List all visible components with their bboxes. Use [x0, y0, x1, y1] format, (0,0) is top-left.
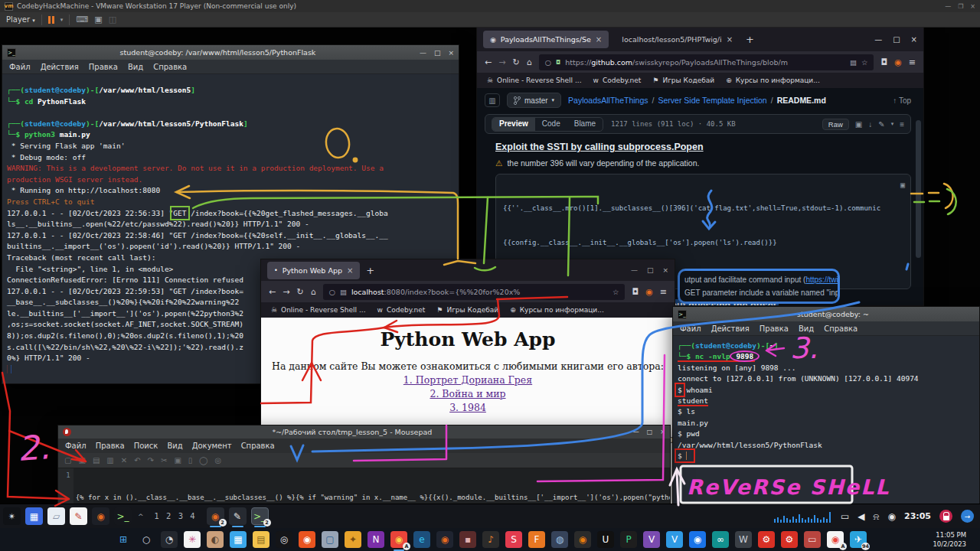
- chrome-icon[interactable]: ◉A: [390, 531, 407, 548]
- readme-heading-subprocess-popen[interactable]: Exploit the SSTI by calling subprocess.P…: [495, 142, 911, 152]
- vm-restore-button[interactable]: ❐: [958, 3, 963, 10]
- send-ctrl-alt-del-icon[interactable]: ⌨: [76, 15, 88, 24]
- red-panel-app-icon[interactable]: ▭: [804, 531, 821, 548]
- tab-code[interactable]: Code: [535, 118, 567, 131]
- menu-search[interactable]: Поиск: [134, 442, 158, 450]
- firefox-app-icon[interactable]: ◉: [92, 507, 109, 525]
- book-link-3[interactable]: 3. 1984: [261, 402, 675, 413]
- new-tab-button[interactable]: +: [366, 265, 374, 276]
- pocket-extension-icon[interactable]: ◘: [880, 57, 887, 67]
- menu-file[interactable]: Файл: [9, 63, 31, 71]
- shazam-app-icon[interactable]: S: [505, 531, 522, 548]
- volume-icon[interactable]: ◀: [858, 511, 864, 522]
- bookmark-star-icon[interactable]: ☆: [612, 288, 619, 296]
- taskbar-window-firefox[interactable]: ◉2: [207, 507, 224, 525]
- paste-icon[interactable]: ▯: [188, 456, 193, 465]
- bookmark-games[interactable]: ⚑Игры Кодебай: [652, 77, 714, 84]
- copy-icon[interactable]: ▣: [174, 456, 181, 465]
- tab-preview[interactable]: Preview: [492, 118, 535, 131]
- fullscreen-icon[interactable]: ▣: [94, 15, 102, 24]
- maps-app-icon[interactable]: ◉: [689, 531, 706, 548]
- mousepad-app-icon[interactable]: ✎: [70, 507, 87, 525]
- terminal2-output[interactable]: ┌──(student@codeby)-[~] └─$ nc -nvlp 989…: [673, 336, 979, 506]
- forward-button[interactable]: →: [283, 287, 289, 297]
- edge-icon[interactable]: e: [413, 531, 430, 548]
- reader-mode-icon[interactable]: ▤: [850, 58, 857, 67]
- home-button[interactable]: ⌂: [527, 57, 532, 67]
- notifications-bell-icon[interactable]: ⍾: [874, 511, 880, 522]
- bookmark-reverse-shell[interactable]: ☠Online - Reverse Shell ...: [487, 77, 582, 84]
- tracking-shield-icon[interactable]: ○: [329, 288, 335, 296]
- edit-pencil-icon[interactable]: ✎: [878, 120, 884, 129]
- firefox-extension-icon[interactable]: ◉: [894, 57, 902, 67]
- tab-payloadsallthethings[interactable]: ◉ PayloadsAllTheThings/Se ×: [483, 31, 609, 48]
- save-as-icon[interactable]: ▥: [106, 456, 113, 465]
- mousepad-titlebar[interactable]: *~/Рабочий стол/tmp_lesson_5 - Mousepad …: [58, 425, 670, 439]
- reload-button[interactable]: ↻: [512, 57, 519, 67]
- suspend-dropdown-icon[interactable]: ▾: [60, 17, 64, 23]
- portrait-app-icon[interactable]: ◐: [207, 531, 224, 548]
- tab-close-icon[interactable]: ×: [727, 35, 733, 44]
- windows-taskbar[interactable]: ⊞○◔✳◐▦▤◎◉▢✦N◉Ae◉▪♪SF◍◉UPVV◉∞W⚙⚙▭◉A✈94 11…: [0, 528, 980, 551]
- blender-icon[interactable]: ◉: [574, 531, 591, 548]
- url-bar[interactable]: ○ ▤ localhost:8080/index?book={%%20for%2…: [323, 284, 626, 300]
- camtasia-icon[interactable]: ∞: [712, 531, 729, 548]
- terminal1-titlebar[interactable]: >_ student@codeby: /var/www/html/lesson5…: [2, 45, 459, 60]
- copy-raw-icon[interactable]: ▣: [855, 120, 862, 129]
- tab-blame[interactable]: Blame: [567, 118, 603, 131]
- panel-caret-icon[interactable]: ^: [138, 513, 144, 520]
- chrome-profile-icon[interactable]: ◉A: [827, 531, 844, 548]
- burpsuite-icon-2[interactable]: ⚙: [781, 531, 798, 548]
- gauge-app-icon[interactable]: ◔: [161, 531, 178, 548]
- start-button[interactable]: ⊞: [115, 531, 132, 548]
- f-app-icon[interactable]: F: [528, 531, 545, 548]
- files-app-icon[interactable]: ▦: [25, 507, 43, 525]
- minimize-button[interactable]: —: [631, 266, 638, 274]
- save-icon[interactable]: ▤: [93, 456, 100, 465]
- new-tab-button[interactable]: +: [746, 34, 754, 45]
- burpsuite-icon[interactable]: ⚙: [758, 531, 775, 548]
- url-bar[interactable]: ○ ◘ https://github.com/swisskyrepo/Paylo…: [539, 54, 874, 70]
- updates-icon[interactable]: →: [961, 510, 974, 523]
- vm-minimize-button[interactable]: —: [945, 3, 951, 10]
- taskbar-window-mousepad[interactable]: ✎: [229, 507, 247, 525]
- menu-help[interactable]: Справка: [153, 63, 187, 71]
- kali-menu-icon[interactable]: ✴: [3, 507, 21, 525]
- file-explorer-icon[interactable]: ▤: [253, 531, 270, 548]
- menu-view[interactable]: Вид: [128, 63, 143, 71]
- menu-edit[interactable]: Правка: [96, 442, 125, 450]
- menu-help[interactable]: Справка: [241, 442, 275, 450]
- back-to-top-link[interactable]: ↑ Top: [893, 96, 911, 105]
- menu-view[interactable]: Вид: [167, 442, 182, 450]
- copy-code-icon[interactable]: ▣: [900, 179, 905, 191]
- breadcrumb-repo[interactable]: PayloadsAllTheThings: [568, 96, 648, 105]
- app-menu-icon[interactable]: ≡: [909, 57, 916, 67]
- pinwheel-app-icon[interactable]: ✳: [184, 531, 201, 548]
- media-app-icon[interactable]: ▪: [459, 531, 476, 548]
- download-icon[interactable]: ↓: [868, 120, 872, 129]
- virtualbox-icon[interactable]: ▢: [322, 531, 338, 548]
- menu-help[interactable]: Справка: [824, 324, 858, 333]
- camera-app-icon[interactable]: ◎: [276, 531, 292, 548]
- sphere-app-icon[interactable]: ◍: [551, 531, 568, 548]
- suspend-vm-button[interactable]: [48, 16, 54, 24]
- branch-selector[interactable]: master ▾: [507, 93, 561, 108]
- pycharm-icon[interactable]: P: [620, 531, 637, 548]
- forward-button[interactable]: →: [498, 57, 505, 67]
- maximize-button[interactable]: □: [647, 266, 654, 274]
- reload-button[interactable]: ↻: [296, 287, 303, 297]
- terminal2-titlebar[interactable]: >_ student@codeby: ~: [673, 307, 979, 321]
- power-manager-icon[interactable]: ◉: [888, 511, 896, 522]
- telegram-icon[interactable]: ✈94: [850, 531, 867, 548]
- close-button[interactable]: ×: [448, 49, 454, 57]
- raw-button[interactable]: Raw: [822, 119, 849, 130]
- book-link-1[interactable]: 1. Портрет Дориана Грея: [261, 374, 675, 386]
- minimize-button[interactable]: —: [874, 35, 882, 44]
- close-button[interactable]: ×: [660, 429, 665, 435]
- close-doc-icon[interactable]: ✕: [121, 456, 127, 465]
- terminal-window-netcat[interactable]: >_ student@codeby: ~ Файл Действия Правк…: [672, 306, 980, 507]
- display-icon[interactable]: ▭: [841, 511, 849, 522]
- search-button[interactable]: ○: [138, 531, 155, 548]
- tab-python-web-app[interactable]: • Python Web App ×: [267, 262, 360, 279]
- menu-edit[interactable]: Правка: [89, 63, 118, 71]
